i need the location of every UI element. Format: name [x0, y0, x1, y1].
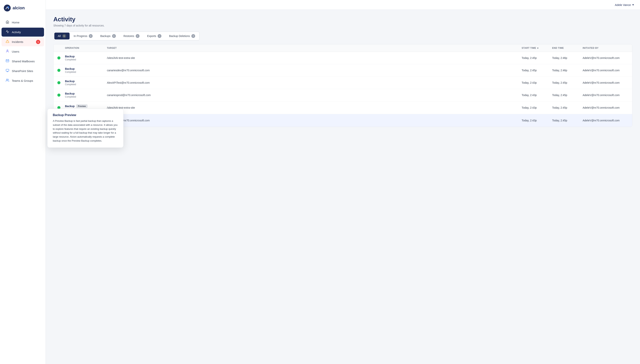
svg-point-4: [7, 50, 8, 51]
row-status-icon: [57, 69, 65, 72]
row-start-time: Today, 2:43p: [522, 81, 552, 84]
sharepoint-icon: [5, 69, 10, 73]
brand-name: alcion: [12, 6, 25, 10]
row-target: canariesdev@nr70.onmicrosoft.com: [107, 69, 522, 72]
tab-backup-deletions[interactable]: Backup Deletions 0: [166, 32, 198, 40]
row-operation: Backup Completed: [65, 55, 107, 61]
incidents-badge: 1: [36, 40, 40, 44]
sidebar-item-teams-label: Teams & Groups: [12, 79, 33, 82]
sidebar-item-sharepoint-label: SharePoint Sites: [12, 69, 33, 72]
col-status: [57, 47, 65, 49]
row-initiated-by: AdeleV@nr70.onmicrosoft.com: [583, 94, 628, 96]
row-initiated-by: AdeleV@nr70.onmicrosoft.com: [583, 119, 628, 122]
svg-rect-6: [6, 69, 9, 71]
row-status-icon: [57, 81, 65, 84]
sidebar-item-activity[interactable]: Activity: [2, 28, 44, 36]
tab-all-badge: 6: [62, 34, 66, 38]
tab-restores[interactable]: Restores 0: [120, 32, 143, 40]
row-end-time: Today, 2:45p: [552, 119, 583, 122]
sidebar-navigation: Home Activity Incidents 1 Users Sh: [0, 16, 46, 87]
backup-preview-tooltip: Backup Preview A Preview Backup is fast …: [47, 109, 124, 148]
tooltip-body: A Preview Backup is fast partial backup …: [53, 119, 118, 143]
sidebar-item-incidents-label: Incidents: [12, 40, 23, 44]
home-icon: [5, 20, 10, 24]
row-status-icon: [57, 56, 65, 60]
sidebar-item-home[interactable]: Home: [2, 18, 44, 27]
page-title: Activity: [53, 16, 632, 23]
row-operation: Backup Completed: [65, 92, 107, 98]
col-initiated-by: INITIATED BY: [583, 47, 628, 49]
row-operation: Backup Completed: [65, 67, 107, 73]
sidebar-item-teams-groups[interactable]: Teams & Groups: [2, 76, 44, 85]
row-end-time: Today, 2:45p: [552, 106, 583, 109]
table-row[interactable]: Backup Preview Completed canariesdev@nr7…: [54, 114, 632, 127]
tab-exports[interactable]: Exports 0: [144, 32, 165, 40]
sort-icon: ▼: [537, 47, 539, 49]
alcion-logo-icon: [4, 4, 11, 12]
tab-all[interactable]: All 6: [54, 32, 70, 40]
shared-mailboxes-icon: [5, 59, 10, 64]
sidebar-item-shared-mailboxes-label: Shared Mailboxes: [12, 60, 35, 63]
users-icon: [5, 49, 10, 54]
row-start-time: Today, 2:43p: [522, 106, 552, 109]
row-end-time: Today, 2:45p: [552, 94, 583, 96]
tab-in-progress-badge: 0: [89, 34, 93, 38]
tab-backups[interactable]: Backups 6: [97, 32, 119, 40]
tab-in-progress[interactable]: In Progress 0: [70, 32, 96, 40]
row-target: canariesdev@nr70.onmicrosoft.com: [107, 119, 522, 122]
col-end-time: END TIME: [552, 47, 583, 49]
table-header: OPERATION TARGET START TIME ▼ END TIME I…: [54, 44, 632, 52]
activity-tabs: All 6 In Progress 0 Backups 6 Restores 0…: [53, 32, 200, 40]
svg-point-0: [4, 4, 11, 12]
row-start-time: Today, 2:43p: [522, 94, 552, 96]
table-row[interactable]: Backup Completed /sites/Ark-test-extra-s…: [54, 52, 632, 64]
user-menu[interactable]: Adele Vance ▾: [615, 3, 634, 6]
row-end-time: Today, 2:46p: [552, 69, 583, 72]
tooltip-title: Backup Preview: [53, 114, 118, 117]
row-target: /sites/Ark-test-extra-site: [107, 56, 522, 60]
user-dropdown-icon: ▾: [632, 3, 634, 6]
tab-exports-badge: 0: [158, 34, 162, 38]
svg-point-1: [8, 6, 9, 8]
row-status-icon: [57, 94, 65, 96]
row-initiated-by: AdeleV@nr70.onmicrosoft.com: [583, 69, 628, 72]
sidebar-item-shared-mailboxes[interactable]: Shared Mailboxes: [2, 57, 44, 66]
table-row[interactable]: Backup Completed canariesprod@nr70.onmic…: [54, 89, 632, 102]
row-target: canariesprod@nr70.onmicrosoft.com: [107, 94, 522, 96]
tab-backups-badge: 6: [112, 34, 116, 38]
row-operation: Backup Completed: [65, 80, 107, 86]
sidebar-item-users-label: Users: [12, 50, 19, 53]
row-end-time: Today, 2:45p: [552, 81, 583, 84]
row-initiated-by: AdeleV@nr70.onmicrosoft.com: [583, 106, 628, 109]
col-start-time: START TIME ▼: [522, 47, 552, 49]
table-row[interactable]: Backup Completed AlexAPITest@nr70.onmicr…: [54, 76, 632, 89]
row-start-time: Today, 2:43p: [522, 119, 552, 122]
table-row[interactable]: Backup Preview Completed /sites/Ark-test…: [54, 102, 632, 114]
col-target: TARGET: [107, 47, 522, 49]
row-start-time: Today, 2:45p: [522, 56, 552, 60]
sidebar-item-users[interactable]: Users: [2, 47, 44, 56]
row-start-time: Today, 2:45p: [522, 69, 552, 72]
activity-icon: [5, 30, 10, 34]
tab-exports-label: Exports: [147, 34, 156, 38]
row-initiated-by: AdeleV@nr70.onmicrosoft.com: [583, 81, 628, 84]
row-initiated-by: AdeleV@nr70.onmicrosoft.com: [583, 56, 628, 60]
page-subtitle: Showing 7 days of activity for all resou…: [53, 24, 632, 27]
sidebar-item-incidents[interactable]: Incidents 1: [2, 37, 44, 46]
tab-backup-deletions-badge: 0: [191, 34, 195, 38]
row-end-time: Today, 2:46p: [552, 56, 583, 60]
sidebar-item-activity-label: Activity: [12, 30, 21, 34]
incidents-icon: [5, 40, 10, 44]
table-row[interactable]: Backup Completed canariesdev@nr70.onmicr…: [54, 64, 632, 76]
user-name: Adele Vance: [615, 3, 631, 6]
preview-badge: Preview: [76, 104, 88, 108]
main-content: Adele Vance ▾ Activity Showing 7 days of…: [46, 0, 640, 364]
sidebar-item-sharepoint-sites[interactable]: SharePoint Sites: [2, 66, 44, 76]
col-operation: OPERATION: [65, 47, 107, 49]
tab-restores-label: Restores: [124, 34, 134, 38]
tab-in-progress-label: In Progress: [74, 34, 88, 38]
row-target: AlexAPITest@nr70.onmicrosoft.com: [107, 81, 522, 84]
topbar: Adele Vance ▾: [46, 0, 640, 10]
sidebar-logo: alcion: [0, 0, 46, 16]
tab-backups-label: Backups: [100, 34, 110, 38]
